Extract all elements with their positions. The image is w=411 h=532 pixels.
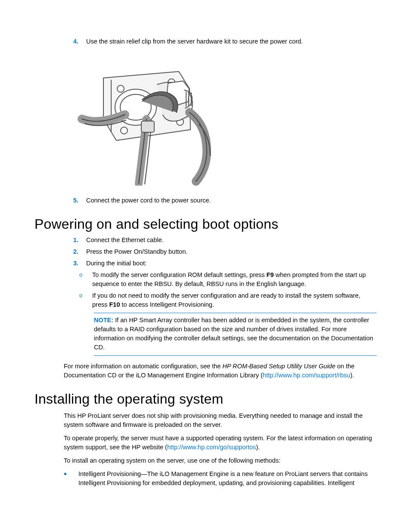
os-paragraph-3: To install an operating system on the se…	[34, 456, 377, 465]
step-text: Use the strain relief clip from the serv…	[86, 37, 377, 46]
substep-text: To modify the server configuration ROM d…	[92, 271, 377, 289]
step-text: During the initial boot:	[86, 259, 377, 268]
bullet-text: Intelligent Provisioning—The iLO Managem…	[78, 470, 377, 488]
step-text: Press the Power On/Standby button.	[86, 247, 377, 256]
step-5: 5. Connect the power cord to the power s…	[64, 196, 377, 205]
boot-step-1: 1. Connect the Ethernet cable.	[64, 236, 377, 245]
step-number: 3.	[64, 259, 86, 268]
sub-marker: o	[79, 291, 92, 309]
boot-substep-f10: o If you do not need to modify the serve…	[79, 291, 377, 309]
step-number: 1.	[64, 236, 86, 245]
page-footer: Setup 33	[0, 517, 411, 532]
boot-step-2: 2. Press the Power On/Standby button.	[64, 247, 377, 256]
boot-substep-f9: o To modify the server configuration ROM…	[79, 271, 377, 289]
more-info-paragraph: For more information on automatic config…	[34, 362, 377, 380]
os-paragraph-1: This HP ProLiant server does not ship wi…	[34, 411, 377, 429]
substep-text: If you do not need to modify the server …	[92, 291, 377, 309]
svg-rect-11	[141, 121, 154, 132]
bullet-intelligent-provisioning: • Intelligent Provisioning—The iLO Manag…	[34, 470, 377, 488]
strain-relief-figure	[78, 56, 377, 186]
bullet-icon: •	[64, 470, 78, 488]
step-4: 4. Use the strain relief clip from the s…	[64, 37, 377, 46]
supportos-link[interactable]: http://www.hp.com/go/supportos	[167, 444, 256, 451]
svg-point-4	[121, 127, 128, 134]
heading-installing-os: Installing the operating system	[34, 391, 377, 407]
os-paragraph-2: To operate properly, the server must hav…	[34, 434, 377, 452]
note-text: If an HP Smart Array controller has been…	[94, 317, 373, 351]
sub-marker: o	[79, 271, 92, 289]
step-number: 4.	[64, 37, 86, 46]
step-number: 5.	[64, 196, 86, 205]
rbsu-link[interactable]: http://www.hp.com/support/rbsu	[263, 372, 350, 379]
step-number: 2.	[64, 247, 86, 256]
step-text: Connect the power cord to the power sour…	[86, 196, 377, 205]
step-text: Connect the Ethernet cable.	[86, 236, 377, 245]
svg-point-2	[117, 85, 124, 92]
heading-powering-on: Powering on and selecting boot options	[34, 216, 377, 232]
note-box: NOTE: If an HP Smart Array controller ha…	[94, 313, 377, 356]
note-label: NOTE:	[94, 317, 113, 324]
boot-step-3: 3. During the initial boot:	[64, 259, 377, 268]
